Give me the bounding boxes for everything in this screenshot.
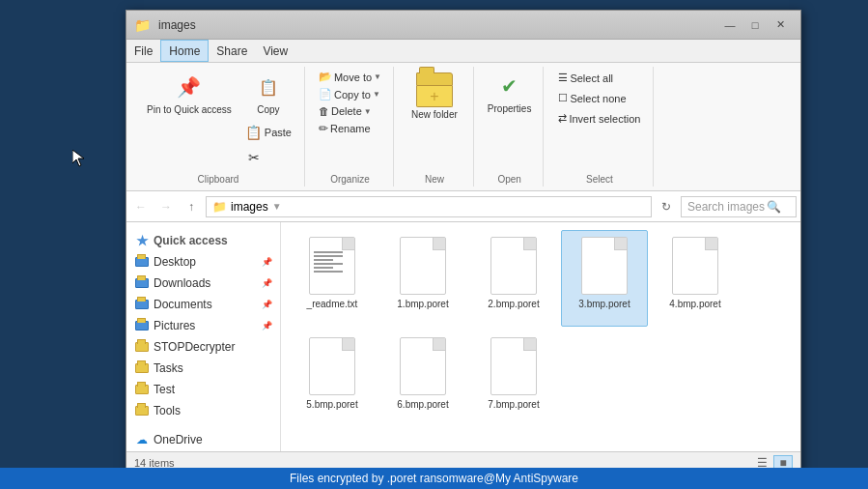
tools-label: Tools xyxy=(154,404,181,417)
properties-button[interactable]: ✔ Properties xyxy=(484,69,536,117)
ribbon-group-select: ☰ Select all ☐ Select none ⇄ Invert sele… xyxy=(546,67,654,187)
select-none-button[interactable]: ☐ Select none xyxy=(553,89,645,107)
sidebar-item-test[interactable]: Test xyxy=(126,379,280,400)
title-bar: 📁 images — □ ✕ xyxy=(126,11,800,40)
file-item[interactable]: _readme.txt xyxy=(289,230,376,327)
search-placeholder: Search images xyxy=(687,200,765,214)
paste-label: Paste xyxy=(265,127,292,138)
tasks-label: Tasks xyxy=(154,361,183,375)
menu-view[interactable]: View xyxy=(255,40,295,62)
sidebar-item-tasks[interactable]: Tasks xyxy=(126,358,280,379)
maximize-button[interactable]: □ xyxy=(742,15,768,35)
rename-label: Rename xyxy=(330,123,371,134)
refresh-button[interactable]: ↻ xyxy=(656,196,677,217)
delete-label: Delete xyxy=(331,105,362,117)
sidebar-item-documents[interactable]: Documents 📌 xyxy=(126,294,280,315)
explorer-window: 📁 images — □ ✕ File Home Share View 📌 Pi… xyxy=(126,10,801,474)
ribbon-group-open: ✔ Properties Open xyxy=(476,67,545,187)
close-button[interactable]: ✕ xyxy=(768,15,793,35)
move-to-button[interactable]: 📂 Move to ▼ xyxy=(315,69,385,85)
select-none-label: Select none xyxy=(570,93,626,104)
clipboard-label: Clipboard xyxy=(198,174,239,185)
doc-icon xyxy=(490,337,537,395)
file-icon xyxy=(394,335,452,397)
file-item[interactable]: 4.bmp.poret xyxy=(652,230,739,327)
menu-bar: File Home Share View xyxy=(126,40,800,63)
invert-label: Invert selection xyxy=(569,113,640,125)
new-folder-button[interactable]: + New folder xyxy=(404,69,465,125)
copy-to-label: Copy to xyxy=(334,89,371,101)
move-to-icon: 📂 xyxy=(319,71,332,83)
file-item[interactable]: 1.bmp.poret xyxy=(379,230,466,327)
menu-share[interactable]: Share xyxy=(209,40,255,62)
pin-to-quick-button[interactable]: 📌 Pin to Quick access xyxy=(140,69,238,119)
downloads-folder-icon xyxy=(134,275,150,291)
stopdecrypter-folder-icon xyxy=(134,339,150,355)
organize-label: Organize xyxy=(330,174,370,185)
select-all-icon: ☰ xyxy=(558,72,568,84)
address-path[interactable]: 📁 images ▼ xyxy=(206,196,652,217)
copy-icon: 📋 xyxy=(253,72,284,102)
txt-line xyxy=(314,263,343,265)
paste-button[interactable]: 📋 Paste xyxy=(240,121,296,144)
cut-button[interactable]: ✂ xyxy=(240,146,296,169)
menu-file[interactable]: File xyxy=(126,40,160,62)
search-box[interactable]: Search images 🔍 xyxy=(681,196,797,217)
quick-access-label: Quick access xyxy=(154,234,228,247)
copy-button[interactable]: 📋 Copy xyxy=(240,69,296,119)
cut-icon: ✂ xyxy=(245,149,263,166)
txt-line xyxy=(314,251,343,253)
file-item[interactable]: 7.bmp.poret xyxy=(470,331,557,427)
file-name: 3.bmp.poret xyxy=(578,299,630,310)
rename-button[interactable]: ✏ Rename xyxy=(315,120,385,137)
downloads-pin-icon: 📌 xyxy=(262,278,272,288)
sidebar-item-desktop[interactable]: Desktop 📌 xyxy=(126,251,280,273)
search-icon[interactable]: 🔍 xyxy=(765,198,782,216)
sidebar-item-pictures[interactable]: Pictures 📌 xyxy=(126,315,280,336)
move-to-arrow: ▼ xyxy=(374,72,381,81)
path-dropdown-icon: ▼ xyxy=(272,201,282,212)
pictures-pin-icon: 📌 xyxy=(262,321,272,331)
check-icon: ✔ xyxy=(501,74,518,98)
sidebar-item-onedrive[interactable]: ☁ OneDrive xyxy=(126,429,280,450)
file-item-selected[interactable]: 3.bmp.poret xyxy=(561,230,648,327)
content-area: ★ Quick access Desktop 📌 Downloads 📌 Doc… xyxy=(126,222,800,451)
address-bar: ← → ↑ 📁 images ▼ ↻ Search images 🔍 xyxy=(126,191,800,222)
desktop-label: Desktop xyxy=(154,255,196,269)
menu-home[interactable]: Home xyxy=(160,40,209,62)
new-label: New xyxy=(425,174,444,185)
file-item[interactable]: 2.bmp.poret xyxy=(470,230,557,327)
sidebar-item-downloads[interactable]: Downloads 📌 xyxy=(126,273,280,294)
file-icon xyxy=(666,235,724,297)
quick-access-header[interactable]: ★ Quick access xyxy=(126,230,280,251)
documents-folder-icon xyxy=(134,297,150,312)
test-folder-icon xyxy=(134,382,150,397)
txt-line xyxy=(314,267,333,269)
file-grid: _readme.txt 1.bmp.poret 2.bmp.poret xyxy=(281,222,800,451)
file-icon xyxy=(485,335,543,397)
back-button[interactable]: ← xyxy=(130,196,152,217)
select-all-button[interactable]: ☰ Select all xyxy=(553,69,645,87)
sidebar-item-stopdecrypter[interactable]: STOPDecrypter xyxy=(126,336,280,358)
file-item[interactable]: 5.bmp.poret xyxy=(289,331,376,427)
file-name: 2.bmp.poret xyxy=(488,299,539,310)
invert-selection-button[interactable]: ⇄ Invert selection xyxy=(553,109,645,128)
minimize-button[interactable]: — xyxy=(717,15,742,35)
delete-button[interactable]: 🗑 Delete ▼ xyxy=(315,103,385,119)
stopdecrypter-label: STOPDecrypter xyxy=(154,340,235,354)
doc-icon xyxy=(490,237,537,295)
txt-line xyxy=(314,259,333,261)
properties-label: Properties xyxy=(488,103,532,115)
downloads-label: Downloads xyxy=(154,276,210,290)
onedrive-label: OneDrive xyxy=(154,433,203,446)
sidebar-item-tools[interactable]: Tools xyxy=(126,400,280,421)
file-item[interactable]: 6.bmp.poret xyxy=(379,331,466,427)
forward-button[interactable]: → xyxy=(155,196,177,217)
sidebar: ★ Quick access Desktop 📌 Downloads 📌 Doc… xyxy=(126,222,281,451)
copy-to-arrow: ▼ xyxy=(373,90,380,99)
paste-icon: 📋 xyxy=(245,124,263,141)
copy-to-button[interactable]: 📄 Copy to ▼ xyxy=(315,86,385,102)
organize-items: 📂 Move to ▼ 📄 Copy to ▼ 🗑 Delete ▼ ✏ Ren… xyxy=(315,69,385,137)
up-button[interactable]: ↑ xyxy=(181,196,202,217)
doc-icon xyxy=(400,337,446,395)
